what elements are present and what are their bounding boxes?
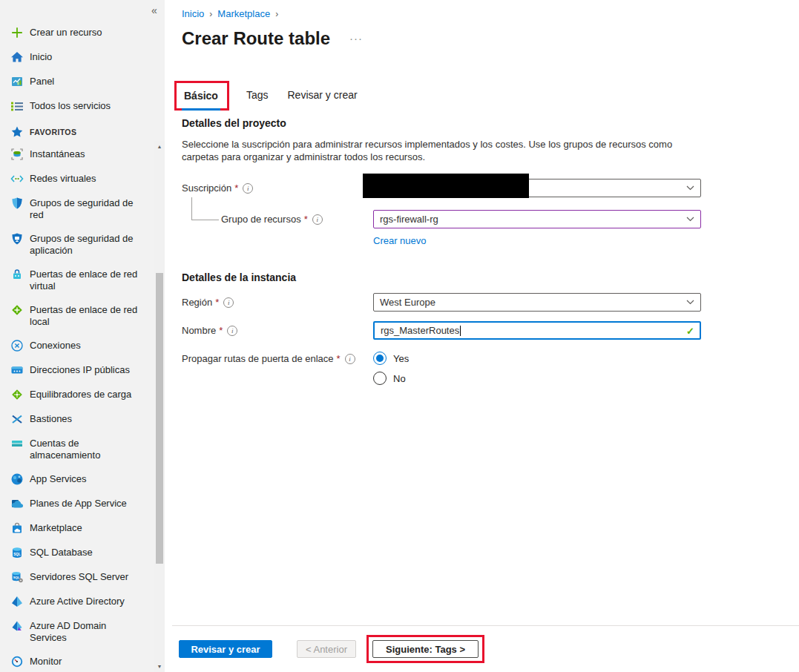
sidebar-item-servidores-sql-server[interactable]: SQL Servidores SQL Server [0, 565, 154, 590]
sidebar-item-todos-los-servicios[interactable]: Todos los servicios [0, 94, 165, 119]
monitor-icon [10, 655, 24, 668]
sidebar-item-direcciones-ip-publicas[interactable]: Direcciones IP públicas [0, 358, 154, 383]
sidebar-item-app-services[interactable]: App Services [0, 467, 154, 492]
radio-selected-icon[interactable] [373, 352, 387, 365]
name-input[interactable]: rgs_MasterRoutes [373, 321, 701, 340]
name-label: Nombre*i [182, 325, 373, 336]
azure-ad-ds-icon [10, 619, 24, 633]
tab-basico[interactable]: Básico [182, 90, 220, 111]
propagate-routes-row: Propagar rutas de puerta de enlace*i Yes… [182, 351, 799, 385]
scroll-down-icon[interactable]: ▼ [154, 664, 165, 669]
name-row: Nombre*i rgs_MasterRoutes ✓ [182, 321, 799, 340]
chevron-down-icon [686, 185, 694, 191]
bastion-icon [10, 412, 24, 426]
storage-account-icon [10, 437, 24, 450]
sidebar-item-inicio[interactable]: Inicio [0, 45, 165, 70]
sidebar-item-marketplace[interactable]: Marketplace [0, 516, 154, 541]
plus-icon [10, 26, 24, 39]
project-details-description: Seleccione la suscripción para administr… [182, 138, 688, 163]
sidebar-item-panel[interactable]: Panel [0, 70, 165, 94]
review-create-button[interactable]: Revisar y crear [179, 640, 272, 658]
tab-revisar-y-crear[interactable]: Revisar y crear [288, 89, 358, 101]
sidebar-item-sql-database[interactable]: SQL SQL Database [0, 541, 154, 565]
sidebar-item-conexiones[interactable]: Conexiones [0, 334, 154, 358]
radio-unselected-icon[interactable] [373, 372, 387, 385]
breadcrumb: Inicio›Marketplace› [182, 0, 799, 19]
child-field-connector [191, 197, 219, 220]
sidebar-item-grupos-seguridad-aplicacion[interactable]: Grupos de seguridad de aplicación [0, 227, 154, 263]
home-icon [10, 50, 24, 64]
sidebar-item-redes-virtuales[interactable]: Redes virtuales [0, 167, 154, 191]
app-services-icon [10, 472, 24, 486]
instance-details-heading: Detalles de la instancia [182, 271, 799, 283]
info-icon[interactable]: i [223, 297, 234, 308]
annotation-box-basico: Básico [174, 81, 229, 111]
breadcrumb-separator: › [209, 9, 212, 19]
next-tags-button[interactable]: Siguiente: Tags > [372, 640, 479, 658]
all-services-icon [10, 99, 24, 113]
region-dropdown[interactable]: West Europe [373, 293, 701, 312]
load-balancer-icon [10, 388, 24, 401]
sidebar: « Crear un recurso Inicio Panel Todos lo… [0, 0, 165, 672]
tab-bar: Básico Tags Revisar y crear [174, 81, 799, 111]
breadcrumb-marketplace[interactable]: Marketplace [217, 8, 270, 19]
azure-ad-icon [10, 595, 24, 608]
sidebar-item-grupos-seguridad-red[interactable]: Grupos de seguridad de red [0, 191, 154, 227]
sidebar-item-cuentas-de-almacenamiento[interactable]: Cuentas de almacenamiento [0, 432, 154, 467]
sidebar-item-azure-ad-domain-services[interactable]: Azure AD Domain Services [0, 614, 154, 650]
propagate-routes-label: Propagar rutas de puerta de enlace*i [182, 351, 373, 364]
sidebar-item-azure-active-directory[interactable]: Azure Active Directory [0, 590, 154, 614]
scrollbar-thumb[interactable] [156, 273, 163, 564]
info-icon[interactable]: i [243, 183, 253, 194]
chevron-down-icon [686, 217, 694, 222]
propagate-radio-group: Yes No [373, 351, 409, 385]
sidebar-favorites-list: Instantáneas Redes virtuales Grupos de s… [0, 141, 154, 672]
info-icon[interactable]: i [227, 326, 237, 336]
main-content: Inicio›Marketplace› Crear Route table ··… [165, 0, 799, 672]
scroll-up-icon[interactable]: ▲ [154, 144, 165, 149]
more-options-icon[interactable]: ··· [349, 32, 363, 45]
required-mark: * [304, 214, 308, 225]
radio-option-yes[interactable]: Yes [373, 352, 409, 365]
previous-button[interactable]: < Anterior [297, 640, 356, 658]
text-cursor [460, 326, 461, 336]
info-icon[interactable]: i [312, 214, 323, 225]
page-title: Crear Route table [182, 28, 330, 48]
sidebar-scrollbar[interactable]: ▲ ▼ [154, 141, 165, 672]
subscription-label: Suscripción*i [182, 182, 373, 194]
region-row: Región*i West Europe [182, 293, 799, 312]
star-icon [10, 125, 24, 139]
sidebar-item-bastiones[interactable]: Bastiones [0, 407, 154, 432]
sidebar-item-crear-un-recurso[interactable]: Crear un recurso [0, 21, 165, 45]
sidebar-top-nav: Crear un recurso Inicio Panel Todos los … [0, 0, 165, 146]
sidebar-item-puertas-enlace-red-local[interactable]: Puertas de enlace de red local [0, 298, 154, 334]
wizard-footer: Revisar y crear < Anterior Siguiente: Ta… [172, 625, 799, 672]
collapse-sidebar-icon[interactable]: « [148, 4, 161, 17]
sidebar-item-instantaneas[interactable]: Instantáneas [0, 142, 154, 167]
svg-text:SQL: SQL [13, 576, 20, 579]
sql-database-icon: SQL [10, 546, 24, 559]
virtual-network-gateway-icon [10, 268, 24, 281]
create-new-link[interactable]: Crear nuevo [373, 235, 427, 246]
info-icon[interactable]: i [345, 354, 355, 364]
required-mark: * [337, 353, 341, 364]
tab-tags[interactable]: Tags [246, 89, 269, 101]
sidebar-item-puertas-enlace-red-virtual[interactable]: Puertas de enlace de red virtual [0, 263, 154, 298]
sidebar-item-monitor[interactable]: Monitor [0, 650, 154, 672]
subscription-row: Suscripción*i [182, 179, 799, 197]
connections-icon [10, 339, 24, 352]
required-mark: * [219, 325, 223, 336]
snapshot-icon [10, 148, 24, 161]
public-ip-icon [10, 363, 24, 377]
resource-group-row: Grupo de recursos*i rgs-firewall-rg [182, 210, 799, 228]
sidebar-item-equilibradores-de-carga[interactable]: Equilibradores de carga [0, 383, 154, 407]
virtual-network-icon [10, 172, 24, 185]
sql-server-icon: SQL [10, 570, 24, 584]
sidebar-item-planes-de-app-service[interactable]: Planes de App Service [0, 492, 154, 516]
required-mark: * [215, 297, 219, 308]
local-network-gateway-icon [10, 303, 24, 317]
breadcrumb-inicio[interactable]: Inicio [182, 8, 204, 19]
app-security-group-icon [10, 232, 24, 246]
radio-option-no[interactable]: No [373, 372, 409, 385]
resource-group-dropdown[interactable]: rgs-firewall-rg [373, 210, 701, 228]
